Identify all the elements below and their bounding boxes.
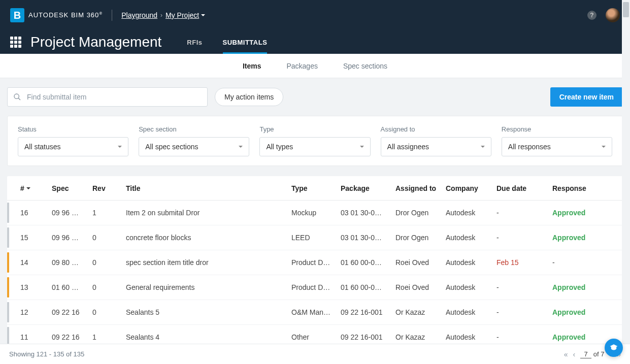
cell-assigned-to: Roei Oved	[395, 258, 446, 267]
cell-company: Autodesk	[446, 234, 496, 242]
table-row[interactable]: 1109 22 161Sealants 4Other09 22 16-001Or…	[7, 325, 623, 344]
subnav-tab-packages[interactable]: Packages	[286, 54, 317, 78]
table-row[interactable]: 1301 60 …0General requirementsProduct D……	[7, 275, 623, 300]
table-row[interactable]: 1509 96 …0concrete floor blocksLEED03 01…	[7, 225, 623, 250]
cell-assigned-to: Dror Ogen	[395, 234, 446, 242]
search-input[interactable]	[7, 87, 208, 107]
column-header-package[interactable]: Package	[341, 184, 395, 192]
table-body: 1609 96 …1Item 2 on submital DrorMockup0…	[7, 201, 623, 344]
cell-package: 03 01 30-0…	[341, 234, 395, 242]
cell-spec: 09 22 16	[52, 308, 92, 316]
subnav-tab-items[interactable]: Items	[243, 54, 261, 78]
top-tab-submittals[interactable]: SUBMITTALS	[223, 30, 268, 54]
cell-response: Approved	[552, 234, 603, 242]
subnav-tab-spec-sections[interactable]: Spec sections	[343, 54, 387, 78]
cell-rev: 1	[92, 333, 126, 341]
chevron-right-icon: ›	[160, 12, 162, 19]
filter-select-spec-section[interactable]: All spec sections	[139, 137, 249, 156]
cell-response: -	[552, 258, 603, 267]
breadcrumb-project-label: My Project	[165, 11, 199, 19]
filter-select-response[interactable]: All responses	[502, 137, 612, 156]
filter-select-status[interactable]: All statuses	[18, 137, 128, 156]
cell-package: 01 60 00-0…	[341, 283, 395, 291]
column-header-assigned-to[interactable]: Assigned to	[395, 184, 446, 192]
filter-assigned-to: Assigned toAll assignees	[381, 125, 491, 156]
cell-due-date: -	[496, 283, 552, 291]
cell-title: General requirements	[126, 283, 291, 291]
pager-prev-button[interactable]: ‹	[573, 350, 576, 358]
status-indicator-closed	[7, 302, 9, 322]
cell-company: Autodesk	[446, 258, 496, 267]
cell-assigned-to: Roei Oved	[395, 283, 446, 291]
filter-label: Type	[259, 125, 370, 133]
cell-type: Mockup	[291, 209, 341, 217]
help-icon[interactable]: ?	[587, 11, 596, 20]
cell-spec: 09 22 16	[52, 333, 92, 341]
main-content: My action items Create new item StatusAl…	[0, 78, 630, 344]
column-header-response[interactable]: Response	[552, 184, 603, 192]
brand-suffix: BIM 360	[71, 12, 99, 19]
cell-due-date: -	[496, 333, 552, 341]
vertical-scrollbar[interactable]	[622, 0, 630, 344]
filter-value: All spec sections	[145, 143, 198, 151]
filter-status: StatusAll statuses	[18, 125, 128, 156]
table-row[interactable]: 1209 22 160Sealants 5O&M Man…09 22 16-00…	[7, 300, 623, 325]
cell-number: 16	[16, 209, 52, 217]
column-header-spec[interactable]: Spec	[52, 184, 92, 192]
table-row[interactable]: 1409 80 …0spec section item title drorPr…	[7, 250, 623, 275]
breadcrumb: Playground › My Project	[121, 11, 205, 19]
breadcrumb-workspace[interactable]: Playground	[121, 11, 157, 19]
breadcrumb-project-dropdown[interactable]: My Project	[165, 11, 205, 19]
pager-first-button[interactable]: «	[564, 350, 568, 358]
cell-assigned-to: Or Kazaz	[395, 333, 446, 341]
column-header-due-date[interactable]: Due date	[496, 184, 552, 192]
column-header-rev[interactable]: Rev	[92, 184, 126, 192]
filter-response: ResponseAll responses	[502, 125, 612, 156]
table-row[interactable]: 1609 96 …1Item 2 on submital DrorMockup0…	[7, 201, 623, 225]
toolbar: My action items Create new item	[7, 87, 623, 107]
cell-spec: 09 96 …	[52, 209, 92, 217]
column-header-company[interactable]: Company	[446, 184, 496, 192]
status-indicator-closed	[7, 203, 9, 223]
brand-text: AUTODESK BIM 360®	[28, 11, 103, 19]
cell-company: Autodesk	[446, 308, 496, 316]
cell-type: Product D…	[291, 283, 341, 291]
cell-title: concrete floor blocks	[126, 234, 291, 242]
create-new-item-button[interactable]: Create new item	[550, 87, 623, 107]
caret-down-icon	[481, 146, 485, 148]
column-header-type[interactable]: Type	[291, 184, 341, 192]
cell-type: LEED	[291, 234, 341, 242]
status-indicator-open	[7, 277, 9, 297]
cell-assigned-to: Or Kazaz	[395, 308, 446, 316]
user-avatar[interactable]	[606, 8, 620, 22]
graduation-cap-icon	[609, 343, 618, 352]
cell-spec: 09 80 …	[52, 258, 92, 267]
filters-panel: StatusAll statusesSpec sectionAll spec s…	[7, 116, 623, 166]
brand-logo-area[interactable]: B AUTODESK BIM 360®	[10, 8, 103, 22]
cell-package: 09 22 16-001	[341, 308, 395, 316]
caret-down-icon	[602, 146, 606, 148]
cell-spec: 01 60 …	[52, 283, 92, 291]
cell-due-date: -	[496, 308, 552, 316]
caret-down-icon	[360, 146, 364, 148]
help-chat-button[interactable]	[605, 339, 623, 357]
filter-select-type[interactable]: All types	[259, 137, 370, 156]
cell-response: Approved	[552, 209, 603, 217]
cell-rev: 0	[92, 308, 126, 316]
column-header-[interactable]: #	[16, 184, 52, 192]
top-tab-rfis[interactable]: RFIs	[187, 30, 202, 54]
cell-package: 03 01 30-0…	[341, 209, 395, 217]
cell-spec: 09 96 …	[52, 234, 92, 242]
my-action-items-button[interactable]: My action items	[215, 88, 283, 106]
filter-label: Status	[18, 125, 128, 133]
pager-page-info: of 7	[580, 350, 604, 358]
cell-response: Approved	[552, 333, 603, 341]
scrollbar-thumb[interactable]	[623, 2, 629, 17]
filter-select-assigned-to[interactable]: All assignees	[381, 137, 491, 156]
pager-page-input[interactable]	[580, 350, 591, 358]
app-switcher-icon[interactable]	[10, 37, 21, 48]
brand-prefix: AUTODESK	[28, 12, 69, 19]
pagination-footer: Showing 121 - 135 of 135 « ‹ of 7 › »	[0, 344, 630, 364]
cell-type: O&M Man…	[291, 308, 341, 316]
column-header-title[interactable]: Title	[126, 184, 291, 192]
